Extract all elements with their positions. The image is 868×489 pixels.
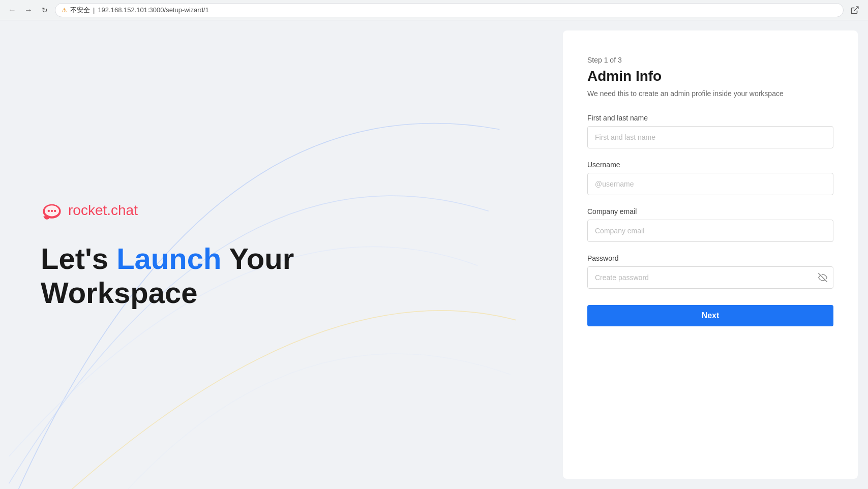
forward-button[interactable]: → — [22, 4, 35, 16]
next-button[interactable]: Next — [587, 305, 833, 326]
main-content: rocket.chat Let's Launch YourWorkspace S… — [0, 20, 868, 489]
full-name-group: First and last name — [587, 114, 833, 148]
headline-part2: Your — [221, 242, 294, 275]
password-toggle-button[interactable] — [818, 273, 827, 282]
url-separator: | — [93, 6, 95, 14]
username-label: Username — [587, 161, 833, 169]
left-panel: rocket.chat Let's Launch YourWorkspace — [0, 20, 563, 489]
reload-button[interactable]: ↻ — [39, 4, 51, 16]
username-group: Username — [587, 161, 833, 195]
security-label: 不安全 — [70, 6, 90, 15]
rocket-chat-logo-icon — [41, 199, 63, 222]
security-icon: ⚠ — [62, 7, 67, 14]
eye-off-icon — [818, 273, 827, 282]
setup-form-panel: Step 1 of 3 Admin Info We need this to c… — [563, 30, 858, 479]
headline-line2: Workspace — [41, 276, 197, 309]
svg-line-0 — [854, 7, 858, 11]
form-subtitle: We need this to create an admin profile … — [587, 89, 833, 98]
password-label: Password — [587, 254, 833, 262]
username-input[interactable] — [587, 173, 833, 195]
form-title: Admin Info — [587, 68, 833, 84]
password-wrapper — [587, 266, 833, 289]
back-button[interactable]: ← — [6, 4, 18, 16]
logo-area: rocket.chat — [41, 199, 522, 222]
svg-point-3 — [48, 210, 50, 212]
step-indicator: Step 1 of 3 — [587, 56, 833, 64]
headline-highlight: Launch — [116, 242, 221, 275]
address-bar[interactable]: ⚠ 不安全 | 192.168.152.101:3000/setup-wizar… — [55, 3, 844, 17]
url-text: 192.168.152.101:3000/setup-wizard/1 — [98, 6, 208, 14]
share-button[interactable] — [848, 3, 862, 17]
full-name-input[interactable] — [587, 126, 833, 148]
email-label: Company email — [587, 207, 833, 216]
browser-toolbar: ← → ↻ ⚠ 不安全 | 192.168.152.101:3000/setup… — [0, 0, 868, 20]
svg-point-5 — [54, 210, 56, 212]
headline: Let's Launch YourWorkspace — [41, 242, 522, 310]
full-name-label: First and last name — [587, 114, 833, 122]
email-input[interactable] — [587, 220, 833, 242]
password-input[interactable] — [587, 266, 833, 289]
logo-text: rocket.chat — [68, 202, 138, 219]
email-group: Company email — [587, 207, 833, 242]
svg-point-4 — [51, 210, 53, 212]
password-group: Password — [587, 254, 833, 289]
headline-part1: Let's — [41, 242, 116, 275]
